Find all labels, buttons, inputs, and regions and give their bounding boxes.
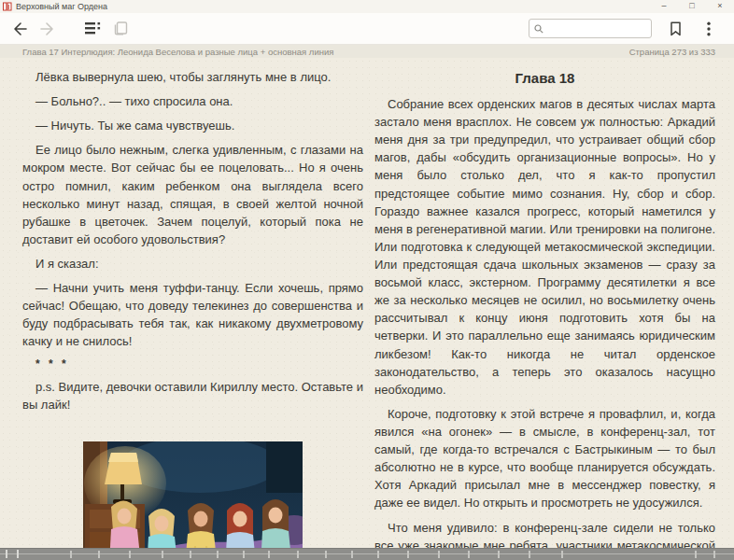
- title-bar: Верховный маг Ордена – □ ×: [0, 0, 734, 13]
- search-icon: [534, 24, 543, 34]
- progress-thumb[interactable]: [6, 550, 19, 558]
- back-button[interactable]: [7, 18, 32, 40]
- ebook-reader-window: Верховный маг Ордена – □ ×: [0, 0, 734, 560]
- arrow-right-icon: [40, 22, 55, 35]
- forward-button[interactable]: [35, 18, 60, 40]
- close-button[interactable]: ×: [706, 0, 734, 13]
- table-of-contents-button[interactable]: [80, 18, 105, 40]
- illustration-image: [83, 441, 303, 548]
- paragraph: — Больно?.. — тихо спросила она.: [22, 92, 363, 110]
- postscript-paragraph: p.s. Видите, девочки оставили Кириллу ме…: [22, 378, 363, 413]
- paragraph: Ее лицо было нежным, слегка удивленным, …: [22, 141, 363, 248]
- search-input[interactable]: [547, 22, 646, 35]
- left-page-paragraphs: Лёвка вывернула шею, чтобы заглянуть мне…: [22, 68, 363, 351]
- reading-area[interactable]: Лёвка вывернула шею, чтобы заглянуть мне…: [0, 58, 734, 548]
- toolbar: [0, 13, 734, 45]
- minimize-button[interactable]: –: [650, 0, 678, 13]
- pages-copy-icon: [113, 21, 128, 35]
- paragraph: Что меня удивило: в конференц-зале сидел…: [374, 519, 715, 548]
- window-controls: – □ ×: [650, 0, 734, 13]
- bookmark-button[interactable]: [663, 18, 687, 40]
- current-chapter-label: Глава 17 Интерлюдия: Леонида Веселова и …: [22, 47, 333, 57]
- paragraph: Собрание всех орденских магов в десятых …: [374, 95, 715, 399]
- paragraph: — Начни учить меня туффи-танцу. Если хоч…: [22, 279, 363, 350]
- paragraph: — Ничуть. Ты же сама чувствуешь.: [22, 117, 363, 134]
- search-box[interactable]: [529, 19, 652, 38]
- page-indicator: Страница 273 из 333: [629, 47, 715, 57]
- kebab-menu-icon: [707, 21, 711, 36]
- maximize-button[interactable]: □: [678, 0, 706, 13]
- scene-separator: * * *: [22, 357, 363, 371]
- paragraph: Лёвка вывернула шею, чтобы заглянуть мне…: [22, 68, 363, 86]
- left-page: Лёвка вывернула шею, чтобы заглянуть мне…: [22, 68, 363, 548]
- paragraph: Короче, подготовку к этой встрече я пров…: [374, 405, 715, 512]
- arrow-left-icon: [12, 22, 27, 35]
- menu-button[interactable]: [697, 18, 721, 40]
- progress-slider[interactable]: [0, 548, 734, 560]
- pages-button[interactable]: [108, 18, 133, 40]
- bookmark-icon: [670, 21, 682, 36]
- right-page: Глава 18 Собрание всех орденских магов в…: [374, 68, 715, 548]
- paragraph: И я сказал:: [22, 255, 363, 273]
- app-book-icon: [3, 2, 12, 11]
- contents-list-icon: [85, 22, 101, 35]
- chapter-heading: Глава 18: [374, 70, 715, 86]
- right-page-paragraphs: Собрание всех орденских магов в десятых …: [374, 95, 715, 548]
- window-title: Верховный маг Ордена: [16, 2, 107, 11]
- info-bar: Глава 17 Интерлюдия: Леонида Веселова и …: [0, 45, 734, 58]
